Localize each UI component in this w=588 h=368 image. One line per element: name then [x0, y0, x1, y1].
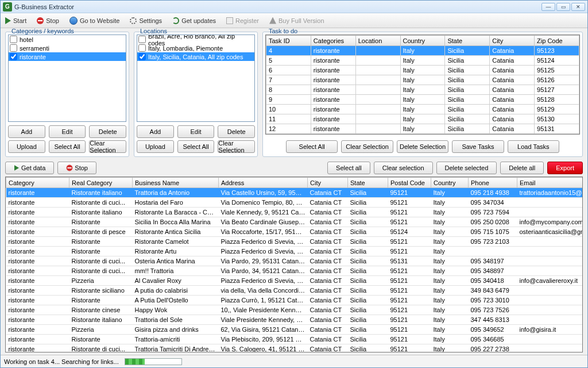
- categories-delete-button[interactable]: Delete: [89, 125, 126, 138]
- table-row[interactable]: ristoranteRistorante italianoRistorante …: [6, 208, 583, 217]
- gear-icon: [130, 17, 137, 24]
- checkbox[interactable]: [10, 53, 17, 60]
- start-button[interactable]: Start: [3, 16, 29, 25]
- table-row[interactable]: 7ristoranteItalySiciliaCatania95126: [266, 75, 579, 85]
- column-header[interactable]: Email: [517, 178, 583, 188]
- get-updates-button[interactable]: Get updates: [170, 16, 218, 25]
- buy-full-button[interactable]: Buy Full Version: [267, 16, 326, 25]
- play-icon: [5, 17, 11, 24]
- titlebar: G G-Business Extractor — ▭ ✕: [1, 1, 587, 13]
- results-delete-selected-button[interactable]: Delete selected: [436, 162, 497, 174]
- column-header[interactable]: Real Category: [69, 178, 133, 188]
- tasks-load-button[interactable]: Load Tasks: [508, 140, 559, 153]
- table-row[interactable]: ristoranteRistoranteA Putia Dell'Ostello…: [6, 296, 583, 305]
- table-row[interactable]: ristoranteRistoranteRistorante ArtuPiazz…: [6, 247, 583, 256]
- locations-upload-button[interactable]: Upload: [137, 140, 174, 153]
- table-row[interactable]: 5ristoranteItalySiciliaCatania95124: [266, 56, 579, 66]
- column-header[interactable]: Category: [6, 178, 69, 188]
- list-item[interactable]: ristorante: [9, 52, 126, 61]
- categories-clear-button[interactable]: Clear Selection: [89, 140, 126, 153]
- checkbox[interactable]: [10, 36, 17, 43]
- settings-button[interactable]: Settings: [127, 16, 164, 25]
- maximize-icon[interactable]: ▭: [556, 3, 570, 11]
- locations-delete-button[interactable]: Delete: [218, 125, 255, 138]
- locations-clear-button[interactable]: Clear Selection: [218, 140, 255, 153]
- locations-selectall-button[interactable]: Select All: [177, 140, 215, 153]
- column-header[interactable]: Categories: [311, 36, 355, 46]
- play-icon: [14, 165, 19, 171]
- table-row[interactable]: ristoranteRistorante italianoTrattoria d…: [6, 188, 583, 198]
- list-item[interactable]: Italy, Sicilia, Catania, All zip codes: [137, 52, 254, 61]
- table-row[interactable]: 9ristoranteItalySiciliaCatania95128: [266, 95, 579, 105]
- list-item[interactable]: serramenti: [9, 44, 126, 52]
- midbar-stop-button[interactable]: Stop: [57, 162, 96, 174]
- results-selectall-button[interactable]: Select all: [327, 162, 370, 174]
- table-row[interactable]: ristoranteRistorante sicilianoA putia do…: [6, 286, 583, 296]
- column-header[interactable]: Zip Code: [535, 36, 579, 46]
- column-header[interactable]: Phone: [469, 178, 517, 188]
- tasks-save-button[interactable]: Save Tasks: [452, 140, 504, 153]
- list-item[interactable]: Brazil, Acre, Rio Branco, All zip codes: [137, 35, 254, 44]
- tasks-delete-button[interactable]: Delete Selection: [397, 140, 448, 153]
- results-delete-all-button[interactable]: Delete all: [500, 162, 544, 174]
- table-row[interactable]: 8ristoranteItalySiciliaCatania95127: [266, 85, 579, 95]
- table-row[interactable]: ristoranteRistorante di cuci...Osteria A…: [6, 256, 583, 266]
- table-row[interactable]: 4ristoranteItalySiciliaCatania95123: [266, 46, 579, 56]
- results-panel[interactable]: CategoryReal CategoryBusiness NameAddres…: [5, 177, 583, 352]
- register-button[interactable]: Register: [224, 16, 261, 25]
- column-header[interactable]: Address: [219, 178, 308, 188]
- close-icon[interactable]: ✕: [571, 3, 585, 11]
- midbar: Get data Stop Select all Clear selection…: [1, 159, 587, 177]
- categories-edit-button[interactable]: Edit: [49, 125, 86, 138]
- column-header[interactable]: State: [445, 36, 490, 46]
- list-item[interactable]: hotel: [9, 35, 126, 44]
- column-header[interactable]: Country: [400, 36, 445, 46]
- locations-group: Locations Brazil, Acre, Rio Branco, All …: [134, 32, 258, 157]
- column-header[interactable]: Task ID: [266, 36, 311, 46]
- checkbox[interactable]: [10, 44, 17, 52]
- table-row[interactable]: ristoranteRistoranteSicilia In Bocca All…: [6, 217, 583, 227]
- table-row[interactable]: 10ristoranteItalySiciliaCatania95129: [266, 105, 579, 114]
- checkbox[interactable]: [138, 53, 146, 60]
- register-icon: [226, 17, 233, 24]
- table-row[interactable]: ristoranteRistoranteRistorante CamelotPi…: [6, 237, 583, 247]
- categories-list[interactable]: hotelserramentiristorante: [8, 34, 126, 122]
- results-table[interactable]: CategoryReal CategoryBusiness NameAddres…: [6, 177, 583, 352]
- results-clear-button[interactable]: Clear selection: [374, 162, 433, 174]
- column-header[interactable]: City: [490, 36, 535, 46]
- tasks-selectall-button[interactable]: Select All: [286, 140, 338, 153]
- column-header[interactable]: Country: [431, 178, 469, 188]
- table-row[interactable]: ristorantePizzeriaAl Cavalier RoxyPiazza…: [6, 276, 583, 286]
- export-button[interactable]: Export: [547, 162, 583, 174]
- table-row[interactable]: ristoranteRistorante di cuci...Trattoria…: [6, 344, 583, 353]
- table-row[interactable]: 6ristoranteItalySiciliaCatania95125: [266, 66, 579, 75]
- table-row[interactable]: ristoranteRistorante italianoTrattoria d…: [6, 315, 583, 325]
- table-row[interactable]: ristoranteRistorante cineseHappy Wok10,,…: [6, 305, 583, 315]
- table-row[interactable]: ristoranteRistorante di pesceRistorante …: [6, 227, 583, 237]
- tasks-table[interactable]: Task IDCategoriesLocationCountryStateCit…: [266, 35, 579, 134]
- categories-upload-button[interactable]: Upload: [8, 140, 45, 153]
- column-header[interactable]: Business Name: [133, 178, 219, 188]
- table-row[interactable]: ristoranteRistoranteTrattoria-amicritiVi…: [6, 335, 583, 344]
- locations-list[interactable]: Brazil, Acre, Rio Branco, All zip codesI…: [137, 34, 255, 122]
- checkbox[interactable]: [138, 44, 146, 52]
- table-row[interactable]: ristorantePizzeriaGisira pizza and drink…: [6, 325, 583, 335]
- locations-add-button[interactable]: Add: [137, 125, 174, 138]
- categories-add-button[interactable]: Add: [8, 125, 45, 138]
- column-header[interactable]: Location: [355, 36, 400, 46]
- categories-selectall-button[interactable]: Select All: [49, 140, 86, 153]
- table-row[interactable]: ristoranteRistorante di cuci...Hostaria …: [6, 198, 583, 208]
- table-row[interactable]: 12ristoranteItalySiciliaCatania95131: [266, 124, 579, 134]
- column-header[interactable]: State: [348, 178, 388, 188]
- table-row[interactable]: 11ristoranteItalySiciliaCatania95130: [266, 114, 579, 124]
- column-header[interactable]: Postal Code: [388, 178, 431, 188]
- column-header[interactable]: City: [308, 178, 348, 188]
- locations-edit-button[interactable]: Edit: [177, 125, 215, 138]
- checkbox[interactable]: [138, 36, 146, 43]
- tasks-clear-button[interactable]: Clear Selection: [341, 140, 393, 153]
- goto-website-button[interactable]: Go to Website: [67, 16, 122, 26]
- get-data-button[interactable]: Get data: [5, 162, 54, 174]
- minimize-icon[interactable]: —: [541, 3, 555, 11]
- stop-button[interactable]: Stop: [34, 16, 61, 25]
- table-row[interactable]: ristoranteRistorante di cuci...mm!! Trat…: [6, 266, 583, 276]
